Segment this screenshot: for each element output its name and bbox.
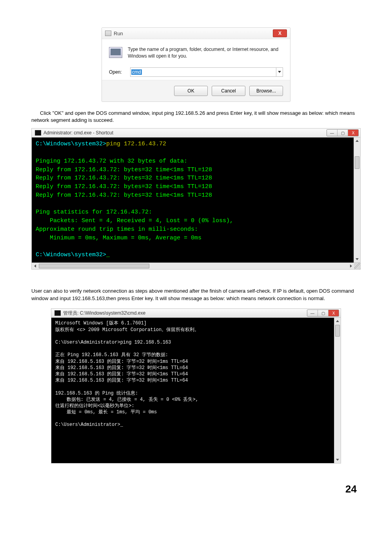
cmd2-output: Microsoft Windows [版本 6.1.7601] 版权所有 <c>…: [51, 318, 341, 463]
cmd2-title: 管理员: C:\Windows\system32\cmd.exe: [63, 310, 145, 317]
paragraph-1: Click "OK" and open the DOS command wind…: [31, 110, 361, 125]
scroll-thumb[interactable]: [355, 156, 359, 169]
close-button[interactable]: X: [348, 130, 358, 136]
resize-grip[interactable]: [354, 263, 360, 269]
run-dialog: Run X Type the name of a program, folder…: [102, 27, 290, 102]
cmd-icon: [54, 310, 61, 316]
close-button[interactable]: X: [328, 310, 339, 316]
minimize-button[interactable]: —: [327, 130, 338, 136]
open-value: cmd: [131, 69, 142, 75]
run-titlebar: Run X: [102, 28, 290, 39]
run-app-icon: [105, 31, 111, 36]
scroll-thumb[interactable]: [335, 325, 340, 337]
chevron-down-icon: [278, 71, 281, 73]
maximize-button[interactable]: ▢: [338, 130, 348, 136]
ok-button[interactable]: OK: [174, 86, 208, 96]
minimize-icon: —: [330, 131, 334, 135]
vertical-scrollbar[interactable]: [334, 318, 341, 463]
caret-down-icon: [356, 258, 359, 260]
caret-down-icon: [336, 459, 339, 461]
vertical-scrollbar[interactable]: [354, 138, 360, 263]
close-icon: X: [278, 31, 281, 36]
maximize-button[interactable]: ▢: [318, 310, 328, 316]
maximize-icon: ▢: [341, 131, 345, 135]
cancel-button[interactable]: Cancel: [212, 86, 245, 96]
cmd-window-1: Administrator: cmd.exe - Shortcut — ▢ X …: [31, 128, 361, 270]
run-description: Type the name of a program, folder, docu…: [128, 46, 283, 60]
open-combobox[interactable]: cmd: [130, 67, 283, 77]
maximize-icon: ▢: [321, 311, 325, 315]
run-big-icon: [109, 47, 122, 58]
scroll-left-button[interactable]: [32, 263, 38, 269]
scroll-thumb[interactable]: [39, 264, 149, 268]
caret-up-icon: [356, 140, 359, 142]
close-icon: X: [332, 311, 335, 315]
cmd-icon: [35, 130, 41, 136]
scroll-right-button[interactable]: [348, 263, 354, 269]
cmd2-titlebar: 管理员: C:\Windows\system32\cmd.exe — ▢ X: [51, 309, 341, 318]
close-button[interactable]: X: [273, 29, 287, 37]
cmd1-title: Administrator: cmd.exe - Shortcut: [44, 130, 113, 136]
caret-left-icon: [34, 264, 36, 268]
run-title-text: Run: [114, 31, 123, 36]
scroll-up-button[interactable]: [354, 138, 360, 144]
scroll-up-button[interactable]: [334, 318, 341, 324]
caret-right-icon: [350, 264, 352, 268]
page-number: 24: [31, 471, 361, 507]
cmd1-output: C:\Windows\system32>ping 172.16.43.72 Pi…: [32, 138, 360, 263]
close-icon: X: [352, 131, 355, 135]
scroll-down-button[interactable]: [354, 256, 360, 263]
open-label: Open:: [109, 69, 125, 75]
minimize-icon: —: [310, 311, 314, 315]
scroll-down-button[interactable]: [334, 457, 341, 463]
cmd-window-2: 管理员: C:\Windows\system32\cmd.exe — ▢ X M…: [51, 308, 341, 463]
cmd1-titlebar: Administrator: cmd.exe - Shortcut — ▢ X: [32, 129, 360, 138]
caret-up-icon: [336, 320, 339, 322]
paragraph-2: User can also to verify network connecti…: [31, 288, 361, 302]
combobox-dropdown-button[interactable]: [276, 68, 283, 76]
horizontal-scrollbar[interactable]: [32, 263, 360, 269]
minimize-button[interactable]: —: [307, 310, 318, 316]
browse-button[interactable]: Browse...: [249, 86, 283, 96]
